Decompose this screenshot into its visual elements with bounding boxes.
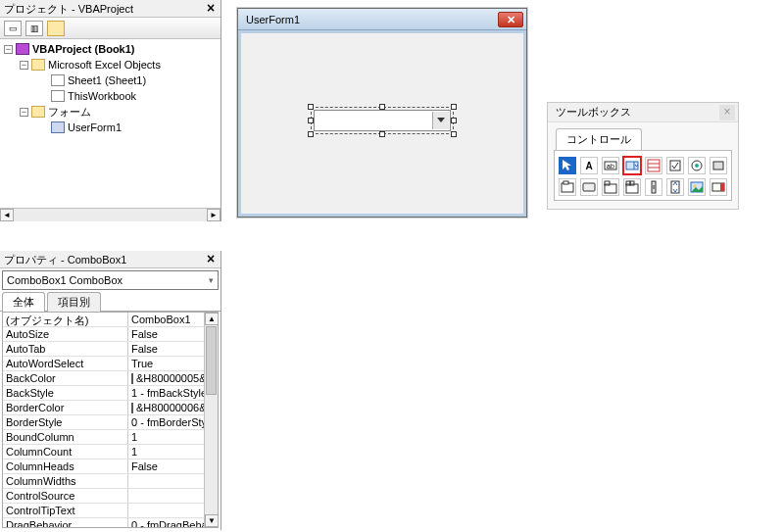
property-row[interactable]: BoundColumn1 — [3, 430, 204, 445]
commandbutton-tool-icon[interactable] — [580, 178, 598, 196]
image-tool-icon[interactable] — [688, 178, 706, 196]
property-row[interactable]: ControlTipText — [3, 504, 204, 518]
project-tree[interactable]: − VBAProject (Book1) − Microsoft Excel O… — [0, 39, 220, 221]
property-value[interactable]: 1 — [128, 430, 204, 444]
property-row[interactable]: ColumnHeadsFalse — [3, 459, 204, 474]
toolbox-tab-controls[interactable]: コントロール — [556, 128, 642, 150]
close-icon[interactable]: × — [203, 252, 219, 267]
property-value[interactable]: True — [128, 357, 204, 370]
combobox-tool-icon[interactable] — [622, 156, 642, 175]
designer-area: UserForm1 ✕ ツールボックス × コントロール A ab — [221, 0, 784, 532]
resize-handle[interactable] — [379, 131, 385, 137]
collapse-icon[interactable]: − — [20, 108, 28, 117]
vertical-scrollbar[interactable]: ▲ ▼ — [204, 313, 218, 527]
scroll-up-icon[interactable]: ▲ — [205, 313, 219, 325]
toolbox-titlebar: ツールボックス × — [548, 103, 738, 122]
property-value[interactable] — [128, 504, 204, 517]
tabstrip-tool-icon[interactable] — [602, 178, 619, 196]
combobox-control[interactable] — [314, 110, 451, 131]
resize-handle[interactable] — [451, 104, 457, 110]
scroll-down-icon[interactable]: ▼ — [205, 514, 219, 527]
project-panel-title: プロジェクト - VBAProject — [4, 0, 133, 18]
tree-userform1[interactable]: UserForm1 — [68, 121, 122, 133]
property-value[interactable]: False — [128, 327, 204, 341]
scrollbar-thumb[interactable] — [206, 326, 217, 395]
scroll-right-icon[interactable]: ► — [207, 209, 220, 221]
userform-body[interactable] — [238, 30, 526, 217]
properties-grid-body[interactable]: (オブジェクト名)ComboBox1AutoSizeFalseAutoTabFa… — [3, 313, 204, 527]
listbox-tool-icon[interactable] — [645, 157, 662, 174]
frame-tool-icon[interactable] — [559, 178, 576, 196]
property-row[interactable]: BackStyle1 - fmBackStyleOpaque — [3, 386, 204, 401]
optionbutton-tool-icon[interactable] — [688, 157, 706, 174]
toolbox-tools: A ab — [554, 150, 732, 201]
toolbox-panel[interactable]: ツールボックス × コントロール A ab — [547, 102, 739, 210]
worksheet-icon — [51, 74, 65, 86]
property-value[interactable]: &H80000006& — [128, 401, 204, 414]
tab-all[interactable]: 全体 — [2, 292, 45, 312]
property-value[interactable]: 1 — [128, 445, 204, 459]
userform-titlebar[interactable]: UserForm1 ✕ — [238, 9, 526, 30]
property-row[interactable]: (オブジェクト名)ComboBox1 — [3, 313, 204, 327]
close-icon[interactable]: × — [203, 1, 219, 17]
refedit-tool-icon[interactable] — [710, 178, 727, 196]
resize-handle[interactable] — [451, 131, 457, 137]
svg-point-8 — [695, 164, 699, 168]
tree-sheet1[interactable]: Sheet1 (Sheet1) — [68, 74, 146, 86]
togglebutton-tool-icon[interactable] — [710, 157, 727, 174]
tab-categorized[interactable]: 項目別 — [47, 292, 101, 312]
userform-icon — [51, 121, 65, 133]
property-value[interactable]: &H80000005& — [128, 371, 204, 385]
userform-designer[interactable]: UserForm1 ✕ — [237, 8, 527, 218]
resize-handle[interactable] — [451, 118, 457, 123]
scroll-left-icon[interactable]: ◄ — [0, 209, 14, 221]
svg-rect-24 — [720, 183, 724, 191]
project-explorer-panel: プロジェクト - VBAProject × ▭ ▥ − VBAProject (… — [0, 0, 221, 221]
property-value[interactable]: ComboBox1 — [128, 313, 204, 326]
property-value[interactable]: 0 - fmBorderStyleNone — [128, 415, 204, 429]
tree-root[interactable]: VBAProject (Book1) — [32, 43, 135, 55]
property-value[interactable] — [128, 474, 204, 488]
view-object-icon[interactable]: ▥ — [25, 21, 43, 36]
scrollbar-tool-icon[interactable] — [645, 178, 662, 196]
close-icon[interactable]: × — [719, 105, 735, 121]
properties-object-selector[interactable]: ComboBox1 ComboBox ▾ — [2, 270, 219, 290]
property-row[interactable]: ColumnCount1 — [3, 445, 204, 459]
svg-rect-12 — [583, 183, 595, 191]
multipage-tool-icon[interactable] — [623, 178, 641, 196]
property-value[interactable]: False — [128, 459, 204, 473]
checkbox-tool-icon[interactable] — [666, 157, 684, 174]
spinbutton-tool-icon[interactable] — [666, 178, 684, 196]
property-value[interactable]: 0 - fmDragBehaviorDisabled — [128, 518, 204, 527]
horizontal-scrollbar[interactable]: ◄ ► — [0, 208, 220, 221]
project-panel-titlebar: プロジェクト - VBAProject × — [0, 0, 220, 18]
property-value[interactable]: False — [128, 342, 204, 356]
property-row[interactable]: AutoTabFalse — [3, 342, 204, 357]
toolbox-title: ツールボックス — [556, 105, 631, 120]
collapse-icon[interactable]: − — [4, 45, 13, 54]
property-row[interactable]: BorderColor&H80000006& — [3, 401, 204, 415]
tree-thisworkbook[interactable]: ThisWorkbook — [68, 90, 136, 102]
property-row[interactable]: DragBehavior0 - fmDragBehaviorDisabled — [3, 518, 204, 527]
property-value[interactable]: 1 - fmBackStyleOpaque — [128, 386, 204, 400]
resize-handle[interactable] — [308, 131, 314, 137]
svg-rect-19 — [652, 185, 656, 189]
tree-excel-objects[interactable]: Microsoft Excel Objects — [48, 59, 161, 71]
properties-tabs: 全体 項目別 — [0, 292, 220, 312]
select-tool-icon[interactable] — [559, 157, 576, 174]
property-row[interactable]: AutoWordSelectTrue — [3, 357, 204, 371]
tree-forms-folder[interactable]: フォーム — [48, 105, 91, 120]
view-code-icon[interactable]: ▭ — [4, 21, 22, 36]
property-value[interactable] — [128, 489, 204, 503]
property-row[interactable]: ControlSource — [3, 489, 204, 504]
properties-panel-title: プロパティ - ComboBox1 — [4, 251, 126, 268]
textbox-tool-icon[interactable]: ab — [602, 157, 619, 174]
property-row[interactable]: AutoSizeFalse — [3, 327, 204, 342]
close-icon[interactable]: ✕ — [498, 12, 523, 27]
property-row[interactable]: BorderStyle0 - fmBorderStyleNone — [3, 415, 204, 430]
property-row[interactable]: ColumnWidths — [3, 474, 204, 489]
toggle-folders-icon[interactable] — [47, 21, 65, 36]
label-tool-icon[interactable]: A — [580, 157, 598, 174]
property-row[interactable]: BackColor&H80000005& — [3, 371, 204, 386]
collapse-icon[interactable]: − — [20, 61, 28, 70]
